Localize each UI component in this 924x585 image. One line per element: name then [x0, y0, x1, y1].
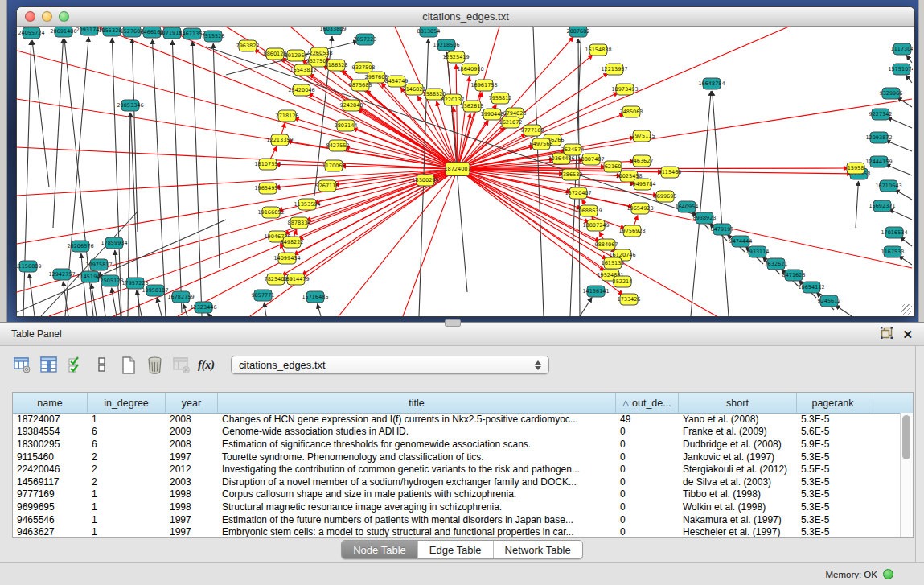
network-node[interactable]: 2718126 [276, 110, 299, 122]
network-node[interactable]: 8813054 [417, 27, 441, 37]
network-node[interactable]: 1117304 [891, 43, 913, 55]
tab-edge-table[interactable]: Edge Table [418, 541, 494, 558]
column-header-short[interactable]: short [679, 393, 797, 413]
network-node[interactable]: 2933114 [746, 246, 770, 257]
table-row[interactable]: 911546021997Tourette syndrome. Phenomeno… [13, 451, 901, 463]
function-builder-icon[interactable]: f(x) [198, 359, 215, 372]
network-node[interactable]: 16961758 [470, 80, 497, 91]
table-row[interactable]: 946554611997Estimation of the future num… [13, 513, 901, 526]
zoom-window-button[interactable] [59, 11, 69, 22]
network-node[interactable]: 18724007 [444, 163, 470, 176]
network-node[interactable]: 9245612 [818, 295, 841, 307]
network-node[interactable]: 10975817 [85, 259, 112, 270]
network-node[interactable]: 8938923 [693, 212, 717, 224]
network-node[interactable]: 8498222 [281, 237, 304, 248]
column-header-in-degree[interactable]: in_degree [88, 393, 166, 413]
network-node[interactable]: 9329966 [880, 88, 903, 99]
show-columns-icon[interactable] [39, 355, 59, 375]
table-settings-icon[interactable] [12, 355, 32, 375]
table-selector-dropdown[interactable]: citations_edges.txt [231, 356, 549, 374]
network-node[interactable]: 15751074 [888, 64, 913, 75]
network-node[interactable]: 19756928 [618, 225, 645, 237]
network-node[interactable]: 14099434 [273, 253, 300, 264]
network-node[interactable]: 18640910 [457, 64, 483, 75]
table-row[interactable]: 946362711997Embryonic stem cells: a mode… [13, 525, 901, 537]
column-header-name[interactable]: name [13, 393, 88, 413]
network-node[interactable]: 7857223 [354, 34, 377, 45]
network-node[interactable]: 8912954 [285, 50, 308, 61]
network-node[interactable]: 1615132 [602, 257, 625, 269]
tab-node-table[interactable]: Node Table [342, 541, 418, 558]
network-node[interactable]: 16648784 [698, 78, 725, 89]
network-node[interactable]: 24055724 [18, 27, 44, 39]
network-view-window[interactable]: citations_edges.txt 24055724206914062093… [16, 6, 915, 317]
network-node[interactable]: 1733426 [618, 294, 641, 305]
network-node[interactable]: 9474444 [729, 236, 753, 247]
column-header-pagerank[interactable]: pagerank [797, 393, 869, 413]
row-height-icon[interactable] [92, 355, 112, 375]
network-node[interactable]: 9115460 [659, 167, 682, 178]
network-node[interactable]: 6497568 [530, 138, 553, 150]
table-row[interactable]: 1830029562008Estimation of significance … [13, 438, 901, 451]
network-node[interactable]: 9463627 [630, 155, 654, 167]
network-node[interactable]: 9227342 [869, 109, 893, 120]
network-node[interactable]: 9875685 [349, 80, 372, 91]
network-node[interactable]: 20053346 [117, 100, 143, 111]
network-node[interactable]: 9884067 [595, 239, 618, 250]
network-node[interactable]: 1362615 [461, 101, 484, 112]
table-row[interactable]: 2242004622012Investigating the contribut… [13, 463, 901, 476]
column-header-year[interactable]: year [166, 393, 218, 413]
network-node[interactable]: 9267110 [316, 180, 339, 192]
network-node[interactable]: 3624574 [561, 144, 585, 155]
network-node[interactable]: 15958 [847, 163, 864, 174]
window-resize-grip[interactable] [901, 304, 912, 315]
network-canvas[interactable]: 2405572420691406209317461055328715276076… [17, 27, 913, 316]
column-header-title[interactable]: title [218, 393, 616, 413]
panel-divider-grip[interactable] [445, 319, 461, 327]
network-node[interactable]: 1990448 [481, 109, 504, 120]
network-node[interactable]: 20691406 [50, 27, 76, 37]
network-node[interactable]: 9777169 [521, 125, 544, 136]
network-node[interactable]: 14136141 [582, 286, 609, 297]
network-node[interactable]: 7386532 [560, 169, 583, 180]
table-vertical-scrollbar[interactable] [900, 413, 913, 537]
minimize-window-button[interactable] [42, 11, 52, 22]
network-node[interactable]: 12213957 [601, 64, 627, 75]
network-node[interactable]: 19218506 [433, 39, 459, 51]
network-node[interactable]: 12213359 [266, 134, 293, 146]
close-window-button[interactable] [25, 11, 35, 22]
network-node[interactable]: 12942757 [48, 269, 75, 280]
table-row[interactable]: 969969511998Structural magnetic resonanc… [13, 501, 901, 513]
network-node[interactable]: 12975115 [628, 130, 655, 142]
network-node[interactable]: 19654955 [254, 183, 281, 194]
table-row[interactable]: 977716911998Corpus callosum shape and si… [13, 488, 901, 501]
network-node[interactable]: 11156889 [17, 261, 42, 272]
tab-network-table[interactable]: Network Table [494, 541, 582, 558]
network-node[interactable]: 1170066 [322, 160, 346, 171]
select-rows-icon[interactable] [65, 355, 85, 375]
network-node[interactable]: 2087682 [567, 27, 590, 37]
network-node[interactable]: 2803144 [335, 120, 358, 131]
network-node[interactable]: 17016534 [881, 227, 907, 238]
network-node[interactable]: 1640954 [676, 201, 699, 212]
network-node[interactable]: 8186328 [325, 60, 348, 71]
column-header-out-de-[interactable]: △out_de... [616, 393, 679, 413]
network-node[interactable]: 1167533 [881, 246, 905, 257]
table-row[interactable]: 1456911722003Disruption of a novel membe… [13, 476, 901, 488]
table-row[interactable]: 1872400712008Changes of HCN gene express… [13, 413, 901, 426]
network-node[interactable]: 23420046 [288, 84, 314, 96]
network-node[interactable]: 252214 [613, 276, 633, 287]
network-node[interactable]: 8427552 [326, 140, 350, 151]
new-table-icon[interactable] [118, 355, 138, 375]
network-node[interactable]: 8454749 [385, 76, 409, 87]
network-node[interactable]: 8878334 [288, 217, 311, 229]
network-node[interactable]: 6479197 [711, 224, 734, 235]
network-node[interactable]: 16914479 [282, 274, 309, 285]
table-row[interactable]: 1938455462009Genome-wide association stu… [13, 426, 901, 439]
float-panel-icon[interactable] [881, 327, 893, 342]
network-node[interactable]: 8860128 [264, 48, 287, 60]
network-node[interactable]: 16210643 [875, 180, 901, 192]
memory-status-indicator[interactable] [883, 569, 893, 579]
delete-rows-icon[interactable] [145, 355, 165, 375]
network-node[interactable]: 16154838 [585, 44, 611, 56]
